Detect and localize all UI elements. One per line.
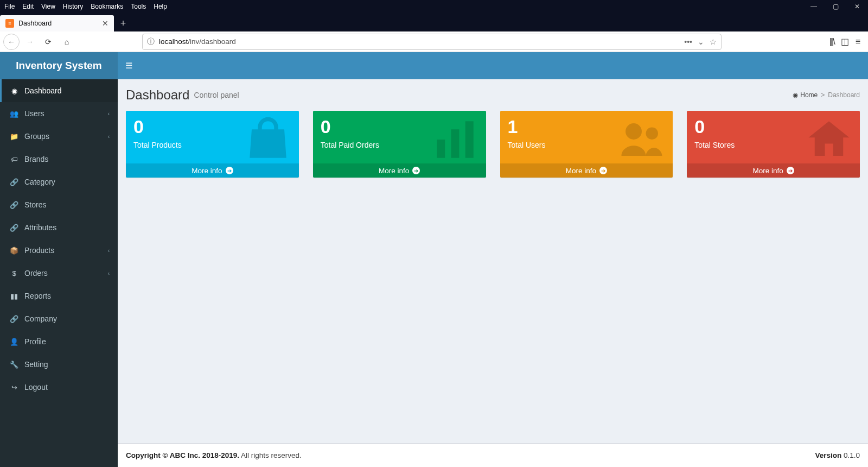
stores-icon: 🔗 (8, 201, 20, 209)
app-shell: Inventory System ◉Dashboard👥Users‹📁Group… (0, 52, 868, 467)
more-info-label: More info (192, 167, 222, 175)
sidebar-item-groups[interactable]: 📁Groups‹ (0, 125, 118, 148)
chevron-left-icon: ‹ (108, 134, 110, 140)
sidebar-item-label: Dashboard (24, 86, 62, 95)
stat-box-total-stores: 0Total StoresMore info➔ (687, 111, 860, 178)
pocket-icon[interactable]: ⌄ (698, 37, 704, 46)
breadcrumb-home[interactable]: ◉ Home (793, 91, 818, 99)
menu-tools[interactable]: Tools (131, 3, 146, 10)
reload-button[interactable]: ⟳ (40, 34, 56, 50)
attributes-icon: 🔗 (8, 224, 20, 232)
sidebar-item-profile[interactable]: 👤Profile (0, 330, 118, 353)
dashboard-icon: ◉ (8, 87, 20, 95)
url-bar[interactable]: ⓘ localhost/inv/dashboard ••• ⌄ ☆ (142, 34, 722, 50)
arrow-right-circle-icon: ➔ (226, 167, 233, 174)
menu-edit[interactable]: Edit (22, 3, 34, 10)
stat-more-link[interactable]: More info➔ (500, 163, 673, 178)
footer-version-label: Version (815, 451, 841, 459)
sidebar-item-reports[interactable]: ▮▮Reports (0, 285, 118, 307)
sidebar-item-company[interactable]: 🔗Company (0, 307, 118, 330)
stat-box-total-products: 0Total ProductsMore info➔ (126, 111, 299, 178)
sidebar-item-products[interactable]: 📦Products‹ (0, 239, 118, 262)
brand[interactable]: Inventory System (0, 52, 118, 79)
svg-rect-2 (465, 121, 473, 158)
browser-tab[interactable]: ≡ Dashboard ✕ (0, 15, 114, 31)
menu-help[interactable]: Help (154, 3, 167, 10)
sidebar-item-label: Reports (24, 292, 51, 300)
svg-rect-1 (451, 129, 459, 158)
chevron-left-icon: ‹ (108, 111, 110, 117)
sidebar-item-dashboard[interactable]: ◉Dashboard (0, 79, 118, 102)
sidebar-item-label: Profile (24, 337, 46, 346)
menu-file[interactable]: File (4, 3, 15, 10)
sidebar-item-stores[interactable]: 🔗Stores (0, 193, 118, 216)
sidebar-item-category[interactable]: 🔗Category (0, 171, 118, 193)
sidebar-item-label: Products (24, 246, 54, 255)
content-header: Dashboard Control panel ◉ Home > Dashboa… (118, 79, 868, 103)
company-icon: 🔗 (8, 315, 20, 323)
sidebar-toggle-icon[interactable]: ☰ (125, 61, 132, 71)
menu-icon[interactable]: ≡ (856, 37, 860, 47)
svg-point-3 (626, 123, 642, 140)
setting-icon: 🔧 (8, 361, 20, 369)
dashboard-icon: ◉ (793, 91, 798, 99)
home-button[interactable]: ⌂ (59, 34, 75, 50)
brands-icon: 🏷 (8, 155, 20, 163)
top-navbar: ☰ (118, 52, 868, 79)
sidebar: Inventory System ◉Dashboard👥Users‹📁Group… (0, 52, 118, 467)
forward-button[interactable]: → (22, 34, 38, 50)
sidebar-item-setting[interactable]: 🔧Setting (0, 353, 118, 376)
profile-icon: 👤 (8, 338, 20, 346)
star-icon[interactable]: ☆ (710, 37, 717, 46)
tab-strip: ≡ Dashboard ✕ + (0, 13, 868, 31)
sidebar-item-logout[interactable]: ↪Logout (0, 376, 118, 399)
orders-icon: $ (8, 269, 20, 277)
breadcrumb: ◉ Home > Dashboard (793, 91, 860, 99)
sidebar-item-users[interactable]: 👥Users‹ (0, 102, 118, 125)
more-info-label: More info (752, 167, 783, 175)
sidebar-item-label: Company (24, 314, 57, 323)
logout-icon: ↪ (8, 383, 20, 392)
library-icon[interactable]: |||\ (829, 37, 834, 47)
page-subtitle: Control panel (194, 91, 239, 99)
users-icon: 👥 (8, 110, 20, 118)
tab-title: Dashboard (18, 20, 52, 27)
main-area: ☰ Dashboard Control panel ◉ Home > Dashb… (118, 52, 868, 467)
back-button[interactable]: ← (3, 34, 20, 50)
menu-bookmarks[interactable]: Bookmarks (91, 3, 123, 10)
footer-copyright-bold: Copyright © ABC Inc. 2018-2019. (126, 451, 239, 459)
favicon-icon: ≡ (5, 19, 14, 28)
sidebar-icon[interactable]: ◫ (841, 36, 849, 47)
sidebar-item-brands[interactable]: 🏷Brands (0, 148, 118, 171)
app-footer: Copyright © ABC Inc. 2018-2019. All righ… (118, 443, 868, 467)
sidebar-item-label: Users (24, 109, 44, 118)
url-text: localhost/inv/dashboard (159, 37, 236, 46)
window-close-icon[interactable]: ✕ (846, 0, 868, 13)
arrow-right-circle-icon: ➔ (787, 167, 794, 174)
menu-history[interactable]: History (63, 3, 83, 10)
stat-more-link[interactable]: More info➔ (126, 163, 299, 178)
more-icon[interactable]: ••• (684, 37, 692, 46)
sidebar-item-label: Groups (24, 132, 49, 141)
footer-version: 0.1.0 (844, 451, 860, 459)
sidebar-item-orders[interactable]: $Orders‹ (0, 262, 118, 285)
products-icon: 📦 (8, 247, 20, 255)
stat-more-link[interactable]: More info➔ (313, 163, 486, 178)
more-info-label: More info (566, 167, 596, 175)
groups-icon: 📁 (8, 132, 20, 141)
svg-point-4 (646, 128, 659, 140)
window-minimize-icon[interactable]: — (803, 0, 825, 13)
sidebar-item-attributes[interactable]: 🔗Attributes (0, 216, 118, 239)
browser-toolbar: ← → ⟳ ⌂ ⓘ localhost/inv/dashboard ••• ⌄ … (0, 31, 868, 52)
tab-close-icon[interactable]: ✕ (102, 19, 108, 28)
browser-menu-bar: File Edit View History Bookmarks Tools H… (0, 0, 868, 13)
browser-chrome: File Edit View History Bookmarks Tools H… (0, 0, 868, 31)
stat-more-link[interactable]: More info➔ (687, 163, 860, 178)
svg-rect-0 (437, 140, 445, 158)
info-icon[interactable]: ⓘ (147, 37, 155, 47)
stat-box-total-users: 1Total UsersMore info➔ (500, 111, 673, 178)
window-maximize-icon[interactable]: ▢ (825, 0, 846, 13)
sidebar-item-label: Logout (24, 383, 48, 392)
menu-view[interactable]: View (41, 3, 55, 10)
new-tab-button[interactable]: + (114, 15, 132, 31)
